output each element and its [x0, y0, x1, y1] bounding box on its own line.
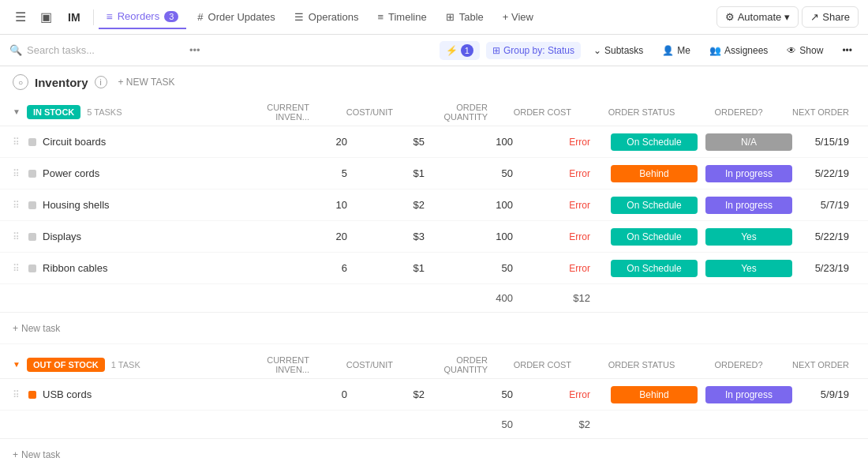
reorders-icon: ≡	[107, 10, 113, 23]
order-quantity: 100	[437, 231, 532, 242]
col-header-qty-oos: ORDER QUANTITY	[412, 355, 507, 374]
drag-handle[interactable]: ⠿	[13, 389, 28, 400]
subtasks-icon: ⌄	[593, 45, 601, 56]
next-order: 5/15/19	[784, 136, 855, 148]
task-name[interactable]: Circuit boards	[43, 136, 271, 148]
assignees-button[interactable]: 👥 Assignees	[703, 42, 774, 59]
col-header-ordered-oos: ORDERED?	[699, 360, 778, 370]
ordered-status: In progress	[705, 165, 784, 182]
instock-collapse-arrow[interactable]: ▼	[13, 107, 21, 116]
next-order: 5/9/19	[784, 388, 855, 400]
order-cost: Error	[532, 263, 603, 274]
section-header-outofstock: ▼ OUT OF STOCK 1 TASK CURRENT INVEN... C…	[0, 351, 868, 379]
col-header-cost-instock: COST/UNIT	[335, 107, 406, 117]
outofstock-task-count: 1 TASK	[111, 360, 140, 370]
order-status: On Schedule	[603, 197, 705, 214]
next-order: 5/22/19	[784, 231, 855, 242]
task-dot	[28, 201, 36, 209]
share-button[interactable]: ↗ Share	[802, 6, 859, 28]
cost-per-unit: $1	[366, 262, 437, 274]
order-cost: Error	[532, 231, 603, 242]
next-order: 5/22/19	[784, 167, 855, 179]
workspace-label[interactable]: IM	[60, 6, 88, 28]
timeline-icon: ≡	[377, 11, 383, 23]
show-button[interactable]: 👁 Show	[780, 42, 829, 59]
order-cost: Error	[532, 200, 603, 211]
toolbar-more-button[interactable]: •••	[836, 42, 859, 59]
new-task-button[interactable]: + NEW TASK	[114, 75, 180, 89]
more-options-icon[interactable]: •••	[189, 44, 200, 56]
ordered-status: In progress	[705, 386, 784, 403]
current-inventory: 10	[271, 199, 366, 211]
order-quantity: 50	[437, 388, 532, 400]
order-quantity: 100	[437, 199, 532, 211]
assignees-icon: 👥	[709, 45, 721, 56]
me-button[interactable]: 👤 Me	[656, 42, 697, 59]
task-dot	[28, 265, 36, 272]
order-quantity: 50	[437, 262, 532, 274]
section-outofstock: ▼ OUT OF STOCK 1 TASK CURRENT INVEN... C…	[0, 351, 868, 469]
tab-reorders[interactable]: ≡ Reorders 3	[99, 6, 187, 29]
task-name[interactable]: Displays	[43, 231, 271, 242]
cost-per-unit: $1	[366, 167, 437, 179]
section-header-instock: ▼ IN STOCK 5 TASKS CURRENT INVEN... COST…	[0, 98, 868, 126]
order-status: Behind	[603, 165, 705, 182]
instock-new-task[interactable]: + New task	[0, 313, 868, 344]
outofstock-collapse-arrow[interactable]: ▼	[13, 360, 21, 369]
show-icon: 👁	[787, 45, 796, 56]
order-cost: Error	[532, 137, 603, 148]
tab-timeline[interactable]: ≡ Timeline	[369, 6, 434, 28]
drag-handle[interactable]: ⠿	[13, 200, 28, 211]
info-icon[interactable]: i	[95, 76, 107, 88]
col-header-inv-oos: CURRENT INVEN...	[234, 355, 328, 374]
order-status: Behind	[603, 386, 705, 403]
subtasks-button[interactable]: ⌄ Subtasks	[587, 42, 649, 59]
automate-icon: ⚙	[725, 11, 735, 23]
add-view-btn[interactable]: + View	[495, 6, 541, 28]
filter-button[interactable]: ⚡ 1	[440, 41, 480, 60]
drag-handle[interactable]: ⠿	[13, 231, 28, 242]
table-row: ⠿ Power cords 5 $1 50 Error Behind In pr…	[0, 158, 868, 189]
cost-per-unit: $2	[366, 199, 437, 211]
ordered-status: Yes	[705, 260, 784, 277]
task-name[interactable]: USB cords	[43, 388, 271, 400]
task-name[interactable]: Power cords	[43, 167, 271, 179]
top-nav: ☰ ▣ IM ≡ Reorders 3 # Order Updates ☰ Op…	[0, 0, 868, 35]
toolbar-more-icon: •••	[842, 45, 852, 56]
automate-button[interactable]: ⚙ Automate ▾	[716, 6, 799, 28]
drag-handle[interactable]: ⠿	[13, 137, 28, 148]
inventory-collapse[interactable]: ○	[13, 74, 28, 90]
group-by-button[interactable]: ⊞ Group by: Status	[486, 42, 581, 59]
cost-per-unit: $5	[366, 136, 437, 148]
sidebar-toggle[interactable]: ☰	[9, 6, 32, 28]
col-header-cost-oos: COST/UNIT	[335, 360, 406, 370]
tab-order-updates[interactable]: # Order Updates	[189, 6, 283, 28]
drag-handle[interactable]: ⠿	[13, 263, 28, 274]
table-icon: ⊞	[446, 11, 455, 23]
col-header-ordcost-instock: ORDER COST	[513, 107, 584, 117]
order-cost: Error	[532, 168, 603, 179]
tab-operations[interactable]: ☰ Operations	[286, 6, 367, 28]
inventory-header: ○ Inventory i + NEW TASK	[0, 66, 868, 98]
me-icon: 👤	[662, 45, 674, 56]
ordered-status: Yes	[705, 228, 784, 246]
tab-table[interactable]: ⊞ Table	[438, 6, 492, 28]
next-order: 5/7/19	[784, 199, 855, 211]
task-name[interactable]: Ribbon cables	[43, 262, 271, 274]
toolbar: 🔍 ••• ⚡ 1 ⊞ Group by: Status ⌄ Subtasks …	[0, 35, 868, 66]
ordered-status: N/A	[705, 133, 784, 151]
table-row: ⠿ Circuit boards 20 $5 100 Error On Sche…	[0, 126, 868, 158]
table-row: ⠿ Ribbon cables 6 $1 50 Error On Schedul…	[0, 253, 868, 284]
order-status: On Schedule	[603, 133, 705, 151]
drag-handle[interactable]: ⠿	[13, 168, 28, 179]
summary-qty: 400	[437, 292, 532, 304]
summary-qty: 50	[437, 418, 532, 430]
task-name[interactable]: Housing shells	[43, 199, 271, 211]
doc-icon[interactable]: ▣	[35, 6, 57, 28]
add-icon: +	[13, 449, 18, 460]
automate-chevron: ▾	[784, 11, 790, 23]
search-input[interactable]	[27, 44, 183, 56]
col-header-inv-instock: CURRENT INVEN...	[234, 103, 328, 122]
oos-new-task[interactable]: + New task	[0, 439, 868, 469]
current-inventory: 6	[271, 262, 366, 274]
